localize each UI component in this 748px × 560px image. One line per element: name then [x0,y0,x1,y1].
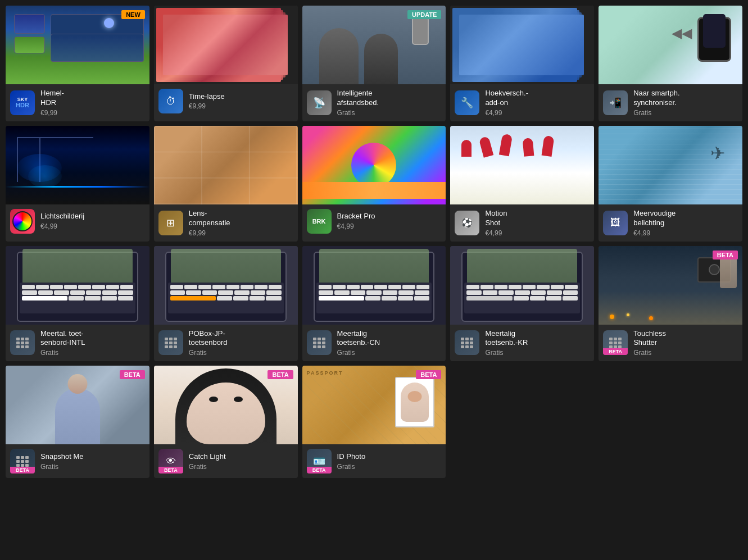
touchless-info: BETA TouchlessShutter Gratis [599,325,742,362]
hoekverschil-image [450,6,594,84]
snapshot-badge: BETA [120,370,145,379]
smartphone-info: 📲 Naar smartph.synchroniser. Gratis [599,84,742,121]
timelapse-info: ⏱ Time-lapse €9,99 [154,84,298,118]
app-card-sky-hdr[interactable]: NEW SKYHDR Hemel-HDR €9,99 [6,6,149,121]
idphoto-image: PASSPORT BETA [302,366,446,444]
pobox-details: POBox-JP-toetsenbord Gratis [189,329,293,357]
meervoudig-info: 🖼 Meervoudigebelichting €4,99 [599,204,742,242]
catchlight-name: Catch Light [189,452,293,462]
touchless-name: TouchlessShutter [633,329,738,348]
sky-hdr-details: Hemel-HDR €9,99 [40,89,145,117]
sky-hdr-icon: SKYHDR [10,90,35,115]
smartphone-name: Naar smartph.synchroniser. [633,89,738,108]
remote-name: Intelligenteafstandsbed. [337,89,442,108]
idphoto-price: Gratis [337,463,442,471]
bracket-price: €4,99 [337,222,442,230]
hoekverschil-details: Hoekversch.-add-on €4,99 [485,89,590,117]
app-card-motionshot[interactable]: ⚽ MotionShot €4,99 [450,126,594,242]
lenscompensatie-image [154,126,298,204]
sky-hdr-info: SKYHDR Hemel-HDR €9,99 [6,84,149,121]
lenscompensatie-name: Lens-compensatie [189,209,293,228]
bracket-icon: BRK [307,209,332,234]
app-card-meertalig-cn[interactable]: Meertaligtoetsenb.-CN Gratis [302,246,446,362]
snapshot-name: Snapshot Me [40,452,145,462]
meervoudig-price: €4,99 [633,229,738,237]
bracket-details: Bracket Pro €4,99 [337,212,442,230]
bracket-image [302,126,446,204]
lenscompensatie-icon: ⊞ [158,211,183,235]
meertalig-cn-info: Meertaligtoetsenb.-CN Gratis [302,325,446,362]
app-card-pobox[interactable]: POBox-JP-toetsenbord Gratis [154,246,298,362]
meervoudig-icon: 🖼 [603,211,628,235]
app-card-snapshot[interactable]: BETA BETA Snapshot Me Gratis [6,366,149,478]
app-card-lichtschilderij[interactable]: Lichtschilderij €4,99 [6,126,149,242]
sky-hdr-price: €9,99 [40,109,145,117]
touchless-details: TouchlessShutter Gratis [633,329,738,357]
hoekverschil-icon: 🔧 [455,90,479,115]
catchlight-image: BETA [154,366,298,444]
app-card-catchlight[interactable]: BETA 👁 BETA Catch Light Gratis [154,366,298,478]
meertalig-cn-image [302,246,446,325]
bracket-info: BRK Bracket Pro €4,99 [302,204,446,238]
catchlight-icon: 👁 BETA [158,449,183,474]
remote-price: Gratis [337,109,442,117]
motionshot-icon: ⚽ [455,211,479,235]
meertalig-cn-icon [307,330,332,355]
pobox-price: Gratis [189,349,293,357]
meertalig-cn-details: Meertaligtoetsenb.-CN Gratis [337,329,442,357]
meertalig-intl-info: Meertal. toet-senbord-INTL Gratis [6,325,149,362]
meertalig-intl-name: Meertal. toet-senbord-INTL [40,329,145,348]
meertalig-cn-name: Meertaligtoetsenb.-CN [337,329,442,348]
motionshot-name: MotionShot [485,209,590,228]
pobox-icon [158,330,183,355]
meervoudig-details: Meervoudigebelichting €4,99 [633,209,738,237]
meervoudig-image: ✈ [599,126,742,204]
hoekverschil-info: 🔧 Hoekversch.-add-on €4,99 [450,84,594,121]
lichtschilderij-info: Lichtschilderij €4,99 [6,204,149,238]
lichtschilderij-details: Lichtschilderij €4,99 [40,212,145,230]
smartphone-icon: 📲 [603,90,628,115]
snapshot-icon: BETA [10,449,35,474]
idphoto-info: 🪪 BETA ID Photo Gratis [302,444,446,478]
snapshot-info: BETA Snapshot Me Gratis [6,444,149,478]
snapshot-image: BETA [6,366,149,444]
touchless-icon-beta: BETA [603,348,628,355]
idphoto-icon-beta: BETA [307,467,332,474]
lichtschilderij-image [6,126,149,204]
app-card-meertalig-intl[interactable]: Meertal. toet-senbord-INTL Gratis [6,246,149,362]
meertalig-kr-name: Meertaligtoetsenb.-KR [485,329,590,348]
meertalig-kr-icon [455,330,479,355]
app-grid: NEW SKYHDR Hemel-HDR €9,99 [6,6,742,478]
remote-details: Intelligenteafstandsbed. Gratis [337,89,442,117]
app-card-timelapse[interactable]: ⏱ Time-lapse €9,99 [154,6,298,121]
remote-badge: UPDATE [407,10,441,19]
timelapse-image [154,6,298,84]
app-card-lenscompensatie[interactable]: ⊞ Lens-compensatie €9,99 [154,126,298,242]
timelapse-price: €9,99 [189,102,293,110]
catchlight-price: Gratis [189,463,293,471]
meertalig-kr-details: Meertaligtoetsenb.-KR Gratis [485,329,590,357]
app-card-bracket[interactable]: BRK Bracket Pro €4,99 [302,126,446,242]
snapshot-icon-beta: BETA [10,467,35,474]
touchless-image: BETA [599,246,742,325]
app-card-hoekverschil[interactable]: 🔧 Hoekversch.-add-on €4,99 [450,6,594,121]
remote-icon: 📡 [307,90,332,115]
lenscompensatie-details: Lens-compensatie €9,99 [189,209,293,237]
meervoudig-name: Meervoudigebelichting [633,209,738,228]
touchless-price: Gratis [633,349,738,357]
app-card-meertalig-kr[interactable]: Meertaligtoetsenb.-KR Gratis [450,246,594,362]
app-card-idphoto[interactable]: PASSPORT BETA 🪪 BETA ID Photo Gratis [302,366,446,478]
catchlight-info: 👁 BETA Catch Light Gratis [154,444,298,478]
app-card-meervoudig[interactable]: ✈ 🖼 Meervoudigebelichting €4,99 [599,126,742,242]
remote-image: UPDATE [302,6,446,84]
touchless-badge: BETA [713,251,738,259]
sky-hdr-image: NEW [6,6,149,84]
app-card-touchless[interactable]: BETA BETA TouchlessShutter Gratis [599,246,742,362]
meertalig-intl-image [6,246,149,325]
app-card-smartphone[interactable]: ◀◀ 📲 Naar smartph.synchroniser. Gratis [599,6,742,121]
sky-hdr-badge: NEW [121,10,145,19]
touchless-icon: BETA [603,330,628,355]
app-card-remote[interactable]: UPDATE 📡 Intelligenteafstandsbed. Gratis [302,6,446,121]
meertalig-kr-image [450,246,594,325]
smartphone-price: Gratis [633,109,738,117]
